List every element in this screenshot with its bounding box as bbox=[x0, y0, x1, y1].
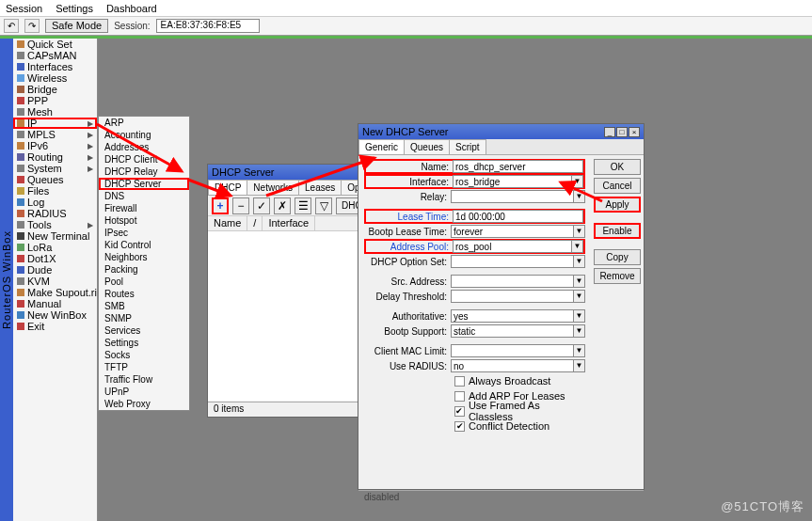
sidebar-item-radius[interactable]: RADIUS bbox=[13, 208, 97, 219]
dropdown-icon[interactable]: ▼ bbox=[574, 275, 585, 288]
submenu-item-traffic-flow[interactable]: Traffic Flow bbox=[99, 373, 189, 386]
sidebar-item-quick-set[interactable]: Quick Set bbox=[13, 39, 97, 50]
add-button[interactable]: + bbox=[212, 197, 229, 214]
sidebar-item-lora[interactable]: LoRa bbox=[13, 242, 97, 253]
field-input[interactable]: ros_bridge bbox=[453, 175, 572, 188]
submenu-item-smb[interactable]: SMB bbox=[99, 300, 189, 312]
submenu-item-routes[interactable]: Routes bbox=[99, 288, 189, 300]
field-input[interactable] bbox=[451, 190, 574, 203]
maximize-button[interactable]: □ bbox=[616, 127, 628, 137]
sidebar-item-routing[interactable]: Routing▶ bbox=[13, 151, 97, 163]
tab-leases[interactable]: Leases bbox=[298, 180, 342, 195]
ok-button[interactable]: OK bbox=[594, 159, 641, 175]
dropdown-icon[interactable]: ▼ bbox=[574, 309, 585, 323]
field-input[interactable] bbox=[451, 290, 574, 303]
sidebar-item-ppp[interactable]: PPP bbox=[13, 95, 97, 106]
comment-button[interactable]: ☰ bbox=[295, 197, 311, 214]
col-name[interactable]: Name bbox=[208, 216, 247, 230]
submenu-item-tftp[interactable]: TFTP bbox=[99, 361, 189, 373]
tab-networks[interactable]: Networks bbox=[247, 180, 299, 195]
sidebar-item-log[interactable]: Log bbox=[13, 197, 97, 208]
tab-generic[interactable]: Generic bbox=[358, 139, 405, 154]
dropdown-icon[interactable]: ▼ bbox=[572, 175, 583, 188]
submenu-item-dns[interactable]: DNS bbox=[99, 190, 189, 202]
dropdown-icon[interactable]: ▼ bbox=[574, 225, 585, 238]
field-input[interactable] bbox=[451, 344, 574, 357]
field-input[interactable]: 1d 00:00:00 bbox=[453, 210, 583, 223]
sidebar-item-bridge[interactable]: Bridge bbox=[13, 84, 97, 95]
sidebar-item-files[interactable]: Files bbox=[13, 185, 97, 197]
undo-button[interactable]: ↶ bbox=[4, 19, 19, 33]
enable-button[interactable]: ✓ bbox=[253, 197, 270, 214]
safe-mode-button[interactable]: Safe Mode bbox=[45, 19, 108, 33]
field-input[interactable]: forever bbox=[451, 225, 574, 238]
tab-queues[interactable]: Queues bbox=[404, 139, 450, 154]
col-interface[interactable]: Interface bbox=[263, 216, 315, 230]
submenu-item-dhcp-server[interactable]: DHCP Server bbox=[99, 178, 189, 190]
submenu-item-addresses[interactable]: Addresses bbox=[99, 141, 189, 153]
sidebar-item-mesh[interactable]: Mesh bbox=[13, 106, 97, 118]
sidebar-item-system[interactable]: System▶ bbox=[13, 163, 97, 174]
sidebar-item-interfaces[interactable]: Interfaces bbox=[13, 61, 97, 72]
tab-script[interactable]: Script bbox=[449, 139, 486, 154]
menu-settings[interactable]: Settings bbox=[56, 3, 93, 14]
submenu-item-socks[interactable]: Socks bbox=[99, 349, 189, 361]
submenu-item-neighbors[interactable]: Neighbors bbox=[99, 251, 189, 263]
submenu-item-dhcp-client[interactable]: DHCP Client bbox=[99, 153, 189, 166]
checkbox-use-framed-as-classless[interactable]: ✔Use Framed As Classless bbox=[364, 403, 585, 418]
field-input[interactable] bbox=[451, 275, 574, 288]
checkbox-always-broadcast[interactable]: Always Broadcast bbox=[364, 373, 585, 388]
copy-button[interactable]: Copy bbox=[594, 249, 641, 265]
filter-button[interactable]: ▽ bbox=[315, 197, 332, 214]
field-input[interactable]: static bbox=[451, 324, 574, 338]
sidebar-item-dude[interactable]: Dude bbox=[13, 264, 97, 276]
submenu-item-snmp[interactable]: SNMP bbox=[99, 312, 189, 324]
dropdown-icon[interactable]: ▼ bbox=[572, 240, 583, 253]
menu-session[interactable]: Session bbox=[6, 3, 42, 14]
submenu-item-upnp[interactable]: UPnP bbox=[99, 386, 189, 398]
sidebar-item-manual[interactable]: Manual bbox=[13, 298, 97, 309]
dropdown-icon[interactable]: ▼ bbox=[574, 255, 585, 268]
submenu-item-settings[interactable]: Settings bbox=[99, 337, 189, 349]
sidebar-item-dot1x[interactable]: Dot1X bbox=[13, 253, 97, 264]
submenu-item-hotspot[interactable]: Hotspot bbox=[99, 214, 189, 227]
apply-button[interactable]: Apply bbox=[594, 197, 641, 213]
submenu-item-ipsec[interactable]: IPsec bbox=[99, 227, 189, 239]
dropdown-icon[interactable]: ▼ bbox=[574, 344, 585, 357]
sidebar-item-mpls[interactable]: MPLS▶ bbox=[13, 129, 97, 140]
minimize-button[interactable]: _ bbox=[604, 127, 615, 137]
sidebar-item-new-terminal[interactable]: New Terminal bbox=[13, 230, 97, 242]
sidebar-item-queues[interactable]: Queues bbox=[13, 174, 97, 185]
close-button[interactable]: × bbox=[629, 127, 640, 137]
dropdown-icon[interactable]: ▼ bbox=[574, 290, 585, 303]
field-input[interactable]: yes bbox=[451, 309, 574, 323]
sidebar-item-ipv6[interactable]: IPv6▶ bbox=[13, 140, 97, 151]
dropdown-icon[interactable]: ▼ bbox=[574, 190, 585, 203]
submenu-item-pool[interactable]: Pool bbox=[99, 276, 189, 288]
sidebar-item-new-winbox[interactable]: New WinBox bbox=[13, 309, 97, 321]
submenu-item-firewall[interactable]: Firewall bbox=[99, 202, 189, 214]
sidebar-item-kvm[interactable]: KVM bbox=[13, 276, 97, 287]
dialog-titlebar[interactable]: New DHCP Server _□× bbox=[358, 124, 644, 139]
disable-button[interactable]: ✗ bbox=[274, 197, 291, 214]
remove-button[interactable]: − bbox=[232, 197, 249, 214]
field-input[interactable] bbox=[451, 255, 574, 268]
sidebar-item-capsman[interactable]: CAPsMAN bbox=[13, 50, 97, 61]
sidebar-item-make-supout-rif[interactable]: Make Supout.rif bbox=[13, 287, 97, 298]
menu-dashboard[interactable]: Dashboard bbox=[106, 3, 157, 14]
field-input[interactable]: ros_pool bbox=[453, 240, 572, 253]
dropdown-icon[interactable]: ▼ bbox=[574, 359, 585, 372]
remove-button[interactable]: Remove bbox=[594, 268, 641, 284]
submenu-item-packing[interactable]: Packing bbox=[99, 263, 189, 276]
redo-button[interactable]: ↷ bbox=[24, 19, 40, 33]
sidebar-item-exit[interactable]: Exit bbox=[13, 321, 97, 332]
submenu-item-accounting[interactable]: Accounting bbox=[99, 129, 189, 141]
submenu-item-dhcp-relay[interactable]: DHCP Relay bbox=[99, 166, 189, 178]
submenu-item-services[interactable]: Services bbox=[99, 324, 189, 337]
dropdown-icon[interactable]: ▼ bbox=[574, 324, 585, 338]
submenu-item-arp[interactable]: ARP bbox=[99, 117, 189, 129]
sidebar-item-ip[interactable]: IP▶ bbox=[13, 118, 97, 129]
submenu-item-web-proxy[interactable]: Web Proxy bbox=[99, 398, 189, 410]
submenu-item-kid-control[interactable]: Kid Control bbox=[99, 239, 189, 251]
sidebar-item-wireless[interactable]: Wireless bbox=[13, 72, 97, 84]
